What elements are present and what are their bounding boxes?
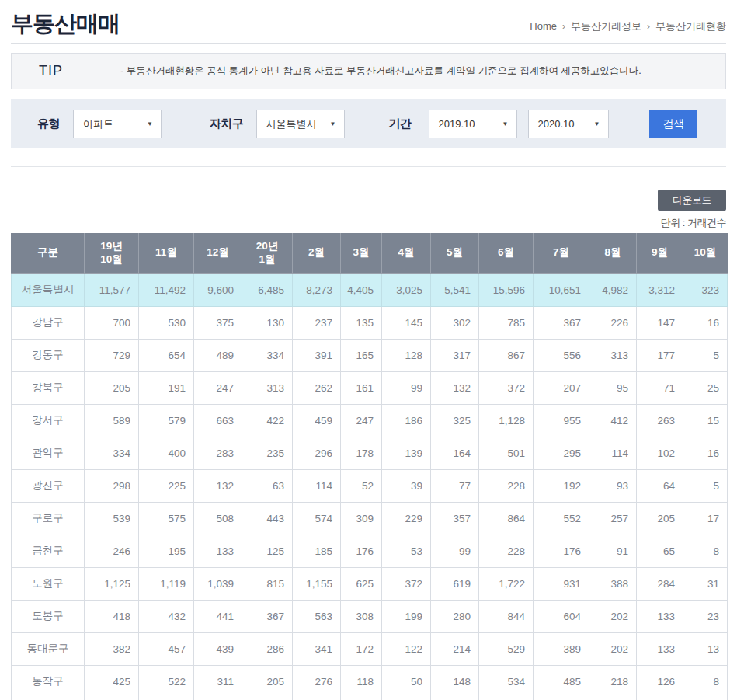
column-header-month: 10월 xyxy=(683,233,728,273)
table-cell: 8,273 xyxy=(293,273,341,306)
table-cell: 195 xyxy=(139,535,194,567)
table-cell: 844 xyxy=(479,600,534,632)
table-cell: 700 xyxy=(85,306,139,339)
table-cell: 15,596 xyxy=(479,273,534,306)
table-cell: 3,025 xyxy=(382,273,431,306)
district-select[interactable]: 서울특별시 ▼ xyxy=(256,110,345,138)
column-header-month: 12월 xyxy=(194,233,242,273)
row-label: 관악구 xyxy=(12,437,85,469)
period-to-select[interactable]: 2020.10 ▼ xyxy=(528,110,609,138)
table-cell: 1,128 xyxy=(479,404,534,437)
table-cell: 501 xyxy=(479,437,534,469)
table-cell: 457 xyxy=(139,632,194,665)
table-row: 동대문구382457439286341172122214529389202133… xyxy=(12,632,728,665)
row-label: 광진구 xyxy=(12,469,85,502)
table-cell: 135 xyxy=(341,306,382,339)
table-cell: 625 xyxy=(341,567,382,600)
table-cell: 574 xyxy=(293,502,341,535)
table-cell: 133 xyxy=(194,535,242,567)
tip-text: - 부동산거래현황은 공식 통계가 아닌 참고용 자료로 부동산거래신고자료를 … xyxy=(120,64,641,78)
chevron-down-icon: ▼ xyxy=(330,120,336,127)
table-cell: 286 xyxy=(242,632,293,665)
district-filter-label: 자치구 xyxy=(210,117,244,131)
table-cell: 341 xyxy=(293,632,341,665)
table-cell: 199 xyxy=(382,600,431,632)
table-cell: 16 xyxy=(683,306,728,339)
type-select-value: 아파트 xyxy=(83,117,113,131)
table-cell: 589 xyxy=(85,404,139,437)
table-cell: 296 xyxy=(293,437,341,469)
table-cell: 529 xyxy=(479,632,534,665)
table-cell: 257 xyxy=(589,502,637,535)
district-select-value: 서울특별시 xyxy=(266,117,317,131)
chevron-down-icon: ▼ xyxy=(594,120,600,127)
table-cell: 15 xyxy=(683,404,728,437)
table-cell: 132 xyxy=(431,371,479,404)
table-cell: 228 xyxy=(479,535,534,567)
table-cell: 125 xyxy=(242,535,293,567)
table-cell: 202 xyxy=(589,632,637,665)
table-row: 강서구5895796634224592471863251,12895541226… xyxy=(12,404,728,437)
row-label: 구로구 xyxy=(12,502,85,535)
table-cell: 334 xyxy=(85,437,139,469)
tip-box: TIP - 부동산거래현황은 공식 통계가 아닌 참고용 자료로 부동산거래신고… xyxy=(11,53,726,89)
page-title: 부동산매매 xyxy=(11,12,120,37)
table-cell: 139 xyxy=(382,437,431,469)
type-select[interactable]: 아파트 ▼ xyxy=(73,110,162,138)
download-button[interactable]: 다운로드 xyxy=(658,190,726,211)
column-header-month: 11월 xyxy=(139,233,194,273)
table-cell: 99 xyxy=(382,371,431,404)
table-row: 노원구1,1251,1191,0398151,1556253726191,722… xyxy=(12,567,728,600)
column-header-month: 7월 xyxy=(534,233,589,273)
table-cell: 177 xyxy=(637,339,683,371)
table-cell: 145 xyxy=(382,306,431,339)
period-from-select[interactable]: 2019.10 ▼ xyxy=(429,110,517,138)
table-cell: 237 xyxy=(293,306,341,339)
row-label: 서울특별시 xyxy=(12,273,85,306)
table-cell: 229 xyxy=(382,502,431,535)
table-cell: 128 xyxy=(382,339,431,371)
search-button[interactable]: 검색 xyxy=(649,110,697,138)
table-cell: 147 xyxy=(637,306,683,339)
table-cell: 4,405 xyxy=(341,273,382,306)
breadcrumb-real-estate-info[interactable]: 부동산거래정보 xyxy=(571,20,641,32)
column-header-month: 20년 1월 xyxy=(242,233,293,273)
table-row: 구로구5395755084435743092293578645522572051… xyxy=(12,502,728,535)
table-cell: 422 xyxy=(242,404,293,437)
breadcrumb-separator: › xyxy=(562,21,565,32)
table-cell: 323 xyxy=(683,273,728,306)
table-cell: 192 xyxy=(534,469,589,502)
row-label: 강동구 xyxy=(12,339,85,371)
column-header-month: 9월 xyxy=(637,233,683,273)
table-cell: 205 xyxy=(85,371,139,404)
page-header: 부동산매매 Home›부동산거래정보›부동산거래현황 xyxy=(11,0,726,37)
table-cell: 302 xyxy=(431,306,479,339)
table-cell: 284 xyxy=(637,567,683,600)
table-cell: 235 xyxy=(242,437,293,469)
table-cell: 388 xyxy=(589,567,637,600)
table-cell: 439 xyxy=(194,632,242,665)
column-header-month: 8월 xyxy=(589,233,637,273)
table-cell: 207 xyxy=(534,371,589,404)
table-cell: 432 xyxy=(139,600,194,632)
table-cell: 185 xyxy=(293,535,341,567)
period-from-value: 2019.10 xyxy=(439,118,475,130)
filter-bar: 유형 아파트 ▼ 자치구 서울특별시 ▼ 기간 2019.10 ▼ 2020.1… xyxy=(11,99,726,148)
table-cell: 202 xyxy=(589,600,637,632)
table-cell: 191 xyxy=(139,371,194,404)
table-cell: 218 xyxy=(589,665,637,698)
table-cell: 214 xyxy=(431,632,479,665)
column-header-month: 19년 10월 xyxy=(85,233,139,273)
table-cell: 382 xyxy=(85,632,139,665)
table-cell: 10,651 xyxy=(534,273,589,306)
header-divider xyxy=(11,43,726,44)
table-cell: 39 xyxy=(382,469,431,502)
breadcrumb-home[interactable]: Home xyxy=(530,20,557,32)
table-cell: 552 xyxy=(534,502,589,535)
table-cell: 276 xyxy=(293,665,341,698)
table-cell: 619 xyxy=(431,567,479,600)
table-cell: 205 xyxy=(242,665,293,698)
table-cell: 133 xyxy=(637,632,683,665)
breadcrumb-transaction-status[interactable]: 부동산거래현황 xyxy=(655,20,726,32)
column-header-month: 4월 xyxy=(382,233,431,273)
